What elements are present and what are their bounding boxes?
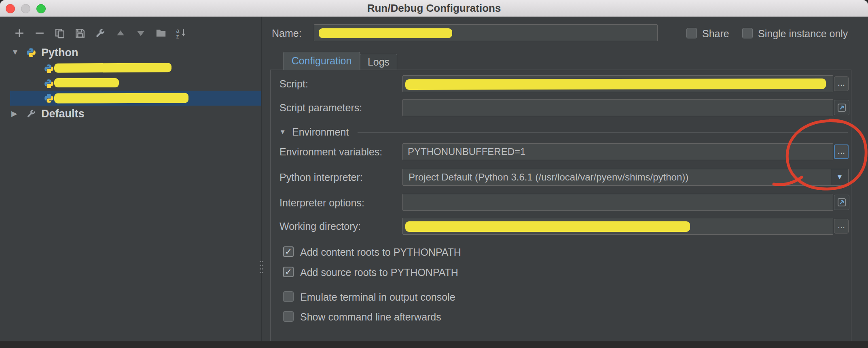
environment-variables-label: Environment variables: [279, 146, 382, 158]
python-config-icon [44, 93, 54, 104]
script-label: Script: [279, 78, 308, 90]
remove-icon[interactable] [32, 26, 47, 40]
expand-field-button[interactable] [834, 195, 849, 210]
sort-alphabetically-icon[interactable]: az [174, 26, 188, 40]
section-divider [358, 132, 848, 133]
redaction-highlight [405, 79, 826, 90]
working-directory-browse-button[interactable]: ... [834, 219, 849, 233]
redaction-highlight [54, 78, 119, 87]
move-down-icon[interactable] [133, 26, 148, 40]
emulate-terminal-label: Emulate terminal in output console [300, 291, 455, 303]
tab-logs[interactable]: Logs [360, 54, 397, 70]
script-parameters-label: Script parameters: [279, 102, 362, 114]
show-command-line-checkbox[interactable] [283, 311, 294, 322]
tree-item-python-root[interactable]: ▼ Python [0, 45, 261, 60]
check-icon: ✓ [285, 267, 292, 276]
interpreter-options-label: Interpreter options: [279, 197, 364, 209]
wrench-icon [26, 108, 36, 119]
single-instance-label: Single instance only [758, 28, 848, 40]
expand-field-icon [836, 197, 847, 208]
environment-variables-input[interactable]: PYTHONUNBUFFERED=1 [402, 143, 833, 160]
splitter-grip[interactable] [260, 261, 264, 276]
python-interpreter-select[interactable]: Project Default (Python 3.6.1 (/usr/loca… [402, 169, 849, 186]
redaction-highlight [54, 63, 171, 73]
run-debug-configurations-dialog: Run/Debug Configurations az ▼ Python [0, 0, 868, 348]
share-checkbox[interactable] [686, 28, 697, 38]
new-folder-icon[interactable] [154, 26, 168, 40]
dialog-bottom-strip [0, 341, 868, 348]
emulate-terminal-checkbox[interactable] [283, 291, 294, 302]
expand-field-button[interactable] [834, 100, 849, 115]
chevron-expanded-icon[interactable]: ▼ [11, 48, 19, 57]
tab-configuration[interactable]: Configuration [283, 52, 360, 70]
script-parameters-input[interactable] [402, 99, 833, 116]
python-config-icon [44, 64, 54, 74]
add-content-roots-checkbox[interactable]: ✓ [283, 246, 294, 257]
edit-defaults-icon[interactable] [93, 26, 108, 40]
redaction-highlight [319, 28, 452, 38]
check-icon: ✓ [285, 247, 292, 256]
copy-icon[interactable] [53, 26, 67, 40]
tree-defaults-label: Defaults [41, 108, 85, 120]
show-command-line-label: Show command line afterwards [300, 311, 441, 323]
window-title: Run/Debug Configurations [0, 0, 868, 17]
tree-item-defaults[interactable]: ▶ Defaults [0, 106, 261, 121]
working-directory-label: Working directory: [279, 221, 361, 232]
save-icon[interactable] [73, 26, 87, 40]
move-up-icon[interactable] [113, 26, 128, 40]
redaction-highlight [405, 221, 690, 232]
python-config-icon [44, 79, 54, 89]
svg-text:z: z [176, 33, 179, 39]
chevron-collapsed-icon[interactable]: ▶ [11, 109, 17, 118]
python-icon [26, 47, 36, 58]
python-interpreter-value: Project Default (Python 3.6.1 (/usr/loca… [409, 169, 688, 185]
tree-root-label: Python [41, 47, 78, 59]
add-source-roots-checkbox[interactable]: ✓ [283, 267, 294, 277]
redaction-highlight [54, 93, 188, 103]
share-label: Share [702, 28, 729, 40]
single-instance-checkbox[interactable] [742, 28, 753, 38]
expand-field-icon [836, 102, 847, 113]
add-source-roots-label: Add source roots to PYTHONPATH [300, 267, 458, 278]
environment-section-label: Environment [292, 126, 349, 138]
interpreter-options-input[interactable] [402, 194, 833, 211]
section-collapse-icon[interactable]: ▾ [281, 127, 285, 136]
chevron-down-icon[interactable]: ▼ [831, 169, 848, 185]
name-label: Name: [272, 28, 302, 39]
title-bar: Run/Debug Configurations [0, 0, 868, 17]
environment-variables-browse-button[interactable]: ... [834, 144, 849, 159]
add-icon[interactable] [12, 26, 27, 40]
splitter[interactable] [261, 17, 262, 341]
python-interpreter-label: Python interpreter: [279, 172, 363, 183]
tree-item-config-2[interactable] [0, 76, 261, 91]
script-browse-button[interactable]: ... [834, 76, 849, 91]
add-content-roots-label: Add content roots to PYTHONPATH [300, 246, 461, 258]
